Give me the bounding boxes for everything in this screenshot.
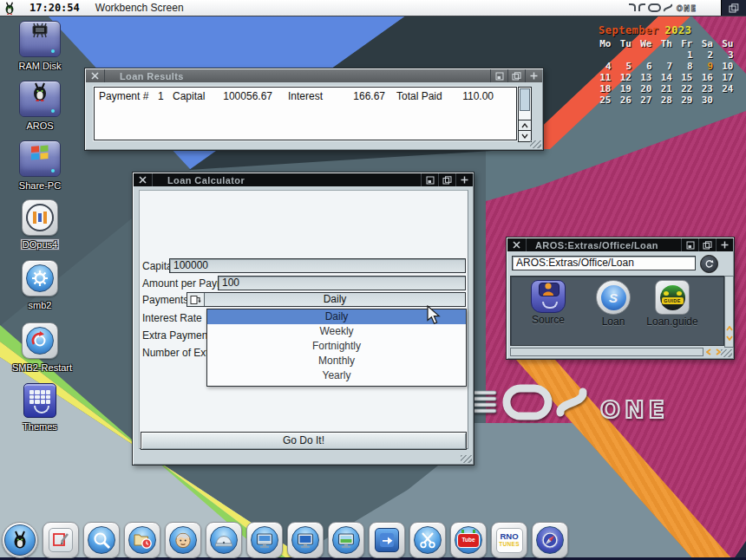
calendar-date: 23	[697, 83, 718, 94]
aros-one-logo: ONE	[626, 2, 713, 14]
window-title: Loan Calculator	[153, 173, 421, 186]
drive-led	[51, 109, 55, 113]
screen-titlebar[interactable]: 17:20:54 Workbench Screen ONE	[0, 0, 746, 16]
screen-mode-icon	[251, 526, 278, 554]
resize-handle[interactable]	[530, 140, 541, 148]
desktop-icon-ram-disk[interactable]: RAM Disk	[12, 21, 68, 73]
zoom-button[interactable]	[698, 238, 716, 251]
dock-item-tube-video[interactable]: Tube	[450, 522, 487, 558]
extras-titlebar[interactable]: AROS:Extras/Office/Loan	[507, 238, 733, 251]
depth-button[interactable]	[525, 69, 542, 82]
file-label: Loan	[587, 316, 639, 328]
depth-button[interactable]	[716, 238, 733, 251]
dock-item-profile[interactable]	[165, 522, 201, 558]
iconify-button[interactable]	[681, 238, 698, 251]
desktop-icon-dopus4[interactable]: DOpus4	[12, 199, 68, 251]
number-of-extra-label: Number of Ext	[142, 346, 209, 360]
dock-item-alarm-folder[interactable]	[124, 522, 160, 558]
refresh-button[interactable]	[700, 255, 718, 273]
close-button[interactable]	[507, 238, 527, 251]
calendar-date: 24	[717, 83, 738, 94]
file-icon-loan[interactable]: S Loan	[587, 280, 639, 328]
calendar-date	[636, 49, 657, 61]
drive-led	[51, 49, 55, 53]
calendar-date: 15	[677, 72, 697, 83]
calendar-date: 10	[717, 61, 738, 72]
close-button[interactable]	[86, 69, 105, 82]
dock: Tube RNO TUNES	[2, 522, 568, 558]
calendar-date	[595, 49, 616, 61]
capital-input[interactable]	[169, 258, 466, 273]
close-button[interactable]	[134, 173, 153, 186]
scroll-left-icon[interactable]	[704, 348, 712, 355]
smb2-icon	[22, 260, 58, 296]
dock-item-rno-tunes[interactable]: RNO TUNES	[491, 522, 527, 558]
results-row: Payment # 1 Capital 100056.67 Interest 1…	[95, 90, 516, 104]
dock-item-web-browser[interactable]	[532, 522, 568, 558]
horizontal-scrollbar[interactable]	[510, 348, 703, 356]
web-browser-icon	[536, 526, 564, 554]
loan-results-titlebar[interactable]: Loan Results	[86, 69, 542, 82]
file-area[interactable]: Source S Loan GUIDE Loan.guide	[510, 276, 724, 346]
calendar-date: 5	[616, 61, 637, 72]
dock-item-text-editor[interactable]	[43, 522, 79, 558]
dock-item-file-arrow[interactable]	[369, 522, 405, 558]
extras-office-loan-window: AROS:Extras/Office/Loan Source	[506, 237, 735, 360]
calendar-date: 26	[616, 94, 637, 106]
dopus4-icon	[22, 199, 58, 236]
scroll-down-icon[interactable]	[725, 335, 733, 341]
file-icon-source[interactable]: Source	[522, 280, 574, 326]
dropdown-option-fortnightly[interactable]: Fortnightly	[207, 339, 466, 354]
calendar-day-header: Sa	[697, 38, 718, 49]
dock-item-scissors[interactable]	[409, 522, 446, 558]
resize-handle[interactable]	[721, 349, 732, 357]
scroll-up-icon[interactable]	[725, 326, 733, 331]
desktop-icon-smb2[interactable]: smb2	[12, 260, 68, 312]
total-paid-label: Total Paid	[396, 90, 442, 102]
dropdown-option-monthly[interactable]: Monthly	[207, 354, 466, 368]
zoom-button[interactable]	[438, 173, 455, 186]
resize-handle[interactable]	[461, 455, 472, 463]
path-input[interactable]	[512, 256, 696, 270]
desktop-icon-label: Themes	[23, 421, 57, 432]
screen-depth-button[interactable]	[721, 0, 746, 16]
file-icon-loan-guide[interactable]: GUIDE Loan.guide	[646, 280, 698, 328]
iconify-button[interactable]	[490, 69, 507, 82]
screen-title: Workbench Screen	[95, 2, 184, 14]
dropdown-option-weekly[interactable]: Weekly	[207, 324, 466, 339]
results-list[interactable]: Payment # 1 Capital 100056.67 Interest 1…	[94, 87, 517, 140]
scrollbar-thumb[interactable]	[520, 88, 530, 111]
dock-item-wallpaper[interactable]	[328, 522, 364, 558]
dock-item-aros-menu[interactable]	[2, 522, 38, 558]
dropdown-option-yearly[interactable]: Yearly	[207, 368, 466, 383]
interest-rate-label: Interest Rate	[142, 311, 202, 325]
zoom-button[interactable]	[507, 69, 525, 82]
mouse-cursor	[427, 305, 442, 326]
desktop-icon-share-pc[interactable]: Share-PC	[12, 140, 68, 192]
payments-cycle-gadget[interactable]: Daily	[186, 292, 466, 307]
calendar-date: 6	[636, 61, 657, 72]
desktop-icon-label: DOpus4	[20, 238, 60, 251]
desktop-icon-label: SMB2-Restart	[12, 362, 72, 373]
capital-value: 100056.67	[207, 90, 272, 102]
desktop-icon-aros[interactable]: AROS	[12, 81, 68, 133]
desktop-icon-smb2-restart[interactable]: SMB2-Restart	[12, 322, 68, 374]
guide-badge: GUIDE	[662, 297, 684, 304]
dock-item-search[interactable]	[83, 522, 120, 558]
dock-item-protractor[interactable]	[206, 522, 242, 558]
go-do-it-button[interactable]: Go Do It!	[141, 432, 467, 450]
payments-value: Daily	[205, 293, 465, 306]
aros-disk-icon	[19, 81, 61, 117]
dock-item-monitor[interactable]	[287, 522, 324, 558]
text-editor-icon	[49, 528, 73, 552]
loan-calculator-window: Loan Calculator Capital Amount per Payme…	[132, 172, 474, 466]
vertical-scrollbar[interactable]	[724, 276, 734, 348]
iconify-button[interactable]	[421, 173, 438, 186]
dock-item-screen-mode[interactable]	[246, 522, 283, 558]
loan-calculator-titlebar[interactable]: Loan Calculator	[134, 173, 473, 186]
desktop-icon-themes[interactable]: Themes	[12, 383, 68, 433]
amount-per-payment-input[interactable]	[218, 276, 466, 290]
depth-button[interactable]	[455, 173, 473, 186]
payments-label: Payments	[142, 293, 188, 307]
calendar-date: 11	[595, 72, 616, 83]
